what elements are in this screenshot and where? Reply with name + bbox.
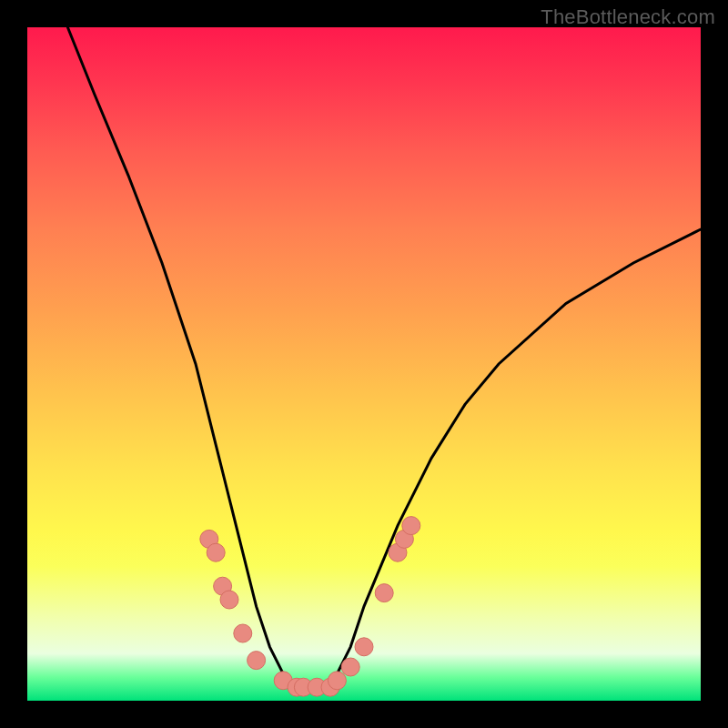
curve-marker <box>355 638 373 656</box>
curve-marker <box>248 652 266 670</box>
curve-markers <box>200 517 420 697</box>
curve-marker <box>328 672 346 690</box>
curve-marker <box>341 658 359 676</box>
chart-svg <box>27 27 701 701</box>
plot-area <box>27 27 701 701</box>
curve-marker <box>220 591 238 609</box>
watermark-text: TheBottleneck.com <box>541 5 715 29</box>
curve-marker <box>234 624 252 642</box>
curve-marker <box>402 517 420 535</box>
chart-frame: TheBottleneck.com <box>0 0 728 728</box>
curve-marker <box>375 584 393 602</box>
curve-marker <box>207 543 225 561</box>
